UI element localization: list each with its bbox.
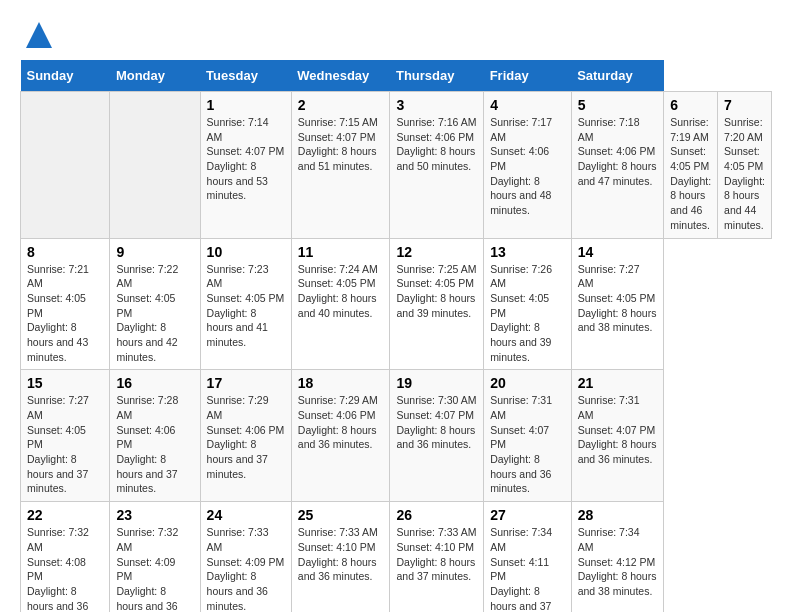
calendar-cell [110, 92, 200, 239]
calendar-cell: 5 Sunrise: 7:18 AMSunset: 4:06 PMDayligh… [571, 92, 664, 239]
day-info: Sunrise: 7:27 AMSunset: 4:05 PMDaylight:… [27, 393, 103, 496]
day-number: 17 [207, 375, 285, 391]
calendar-cell: 1 Sunrise: 7:14 AMSunset: 4:07 PMDayligh… [200, 92, 291, 239]
calendar-table: SundayMondayTuesdayWednesdayThursdayFrid… [20, 60, 772, 612]
day-number: 1 [207, 97, 285, 113]
calendar-cell: 20 Sunrise: 7:31 AMSunset: 4:07 PMDaylig… [484, 370, 572, 502]
day-info: Sunrise: 7:20 AMSunset: 4:05 PMDaylight:… [724, 115, 765, 233]
calendar-cell: 6 Sunrise: 7:19 AMSunset: 4:05 PMDayligh… [664, 92, 718, 239]
day-info: Sunrise: 7:30 AMSunset: 4:07 PMDaylight:… [396, 393, 477, 452]
calendar-week-row: 1 Sunrise: 7:14 AMSunset: 4:07 PMDayligh… [21, 92, 772, 239]
day-info: Sunrise: 7:29 AMSunset: 4:06 PMDaylight:… [207, 393, 285, 481]
calendar-cell: 11 Sunrise: 7:24 AMSunset: 4:05 PMDaylig… [291, 238, 390, 370]
day-info: Sunrise: 7:21 AMSunset: 4:05 PMDaylight:… [27, 262, 103, 365]
day-number: 9 [116, 244, 193, 260]
day-info: Sunrise: 7:32 AMSunset: 4:09 PMDaylight:… [116, 525, 193, 612]
weekday-header-friday: Friday [484, 60, 572, 92]
day-info: Sunrise: 7:27 AMSunset: 4:05 PMDaylight:… [578, 262, 658, 335]
day-info: Sunrise: 7:29 AMSunset: 4:06 PMDaylight:… [298, 393, 384, 452]
calendar-cell: 28 Sunrise: 7:34 AMSunset: 4:12 PMDaylig… [571, 502, 664, 612]
day-info: Sunrise: 7:33 AMSunset: 4:10 PMDaylight:… [298, 525, 384, 584]
day-info: Sunrise: 7:28 AMSunset: 4:06 PMDaylight:… [116, 393, 193, 496]
day-info: Sunrise: 7:34 AMSunset: 4:12 PMDaylight:… [578, 525, 658, 598]
day-info: Sunrise: 7:32 AMSunset: 4:08 PMDaylight:… [27, 525, 103, 612]
calendar-week-row: 15 Sunrise: 7:27 AMSunset: 4:05 PMDaylig… [21, 370, 772, 502]
day-info: Sunrise: 7:23 AMSunset: 4:05 PMDaylight:… [207, 262, 285, 350]
calendar-cell: 8 Sunrise: 7:21 AMSunset: 4:05 PMDayligh… [21, 238, 110, 370]
calendar-cell: 14 Sunrise: 7:27 AMSunset: 4:05 PMDaylig… [571, 238, 664, 370]
day-info: Sunrise: 7:24 AMSunset: 4:05 PMDaylight:… [298, 262, 384, 321]
day-number: 19 [396, 375, 477, 391]
weekday-header-tuesday: Tuesday [200, 60, 291, 92]
calendar-week-row: 22 Sunrise: 7:32 AMSunset: 4:08 PMDaylig… [21, 502, 772, 612]
day-info: Sunrise: 7:22 AMSunset: 4:05 PMDaylight:… [116, 262, 193, 365]
calendar-cell [21, 92, 110, 239]
calendar-week-row: 8 Sunrise: 7:21 AMSunset: 4:05 PMDayligh… [21, 238, 772, 370]
day-number: 26 [396, 507, 477, 523]
calendar-cell: 3 Sunrise: 7:16 AMSunset: 4:06 PMDayligh… [390, 92, 484, 239]
day-number: 27 [490, 507, 565, 523]
day-info: Sunrise: 7:34 AMSunset: 4:11 PMDaylight:… [490, 525, 565, 612]
calendar-cell: 2 Sunrise: 7:15 AMSunset: 4:07 PMDayligh… [291, 92, 390, 239]
day-number: 2 [298, 97, 384, 113]
weekday-header-sunday: Sunday [21, 60, 110, 92]
weekday-header-wednesday: Wednesday [291, 60, 390, 92]
calendar-cell: 12 Sunrise: 7:25 AMSunset: 4:05 PMDaylig… [390, 238, 484, 370]
day-number: 28 [578, 507, 658, 523]
calendar-cell: 9 Sunrise: 7:22 AMSunset: 4:05 PMDayligh… [110, 238, 200, 370]
calendar-cell: 7 Sunrise: 7:20 AMSunset: 4:05 PMDayligh… [718, 92, 772, 239]
day-number: 16 [116, 375, 193, 391]
calendar-cell: 22 Sunrise: 7:32 AMSunset: 4:08 PMDaylig… [21, 502, 110, 612]
calendar-cell: 23 Sunrise: 7:32 AMSunset: 4:09 PMDaylig… [110, 502, 200, 612]
calendar-cell: 19 Sunrise: 7:30 AMSunset: 4:07 PMDaylig… [390, 370, 484, 502]
logo-icon [24, 20, 54, 50]
day-number: 6 [670, 97, 711, 113]
day-number: 18 [298, 375, 384, 391]
weekday-header-row: SundayMondayTuesdayWednesdayThursdayFrid… [21, 60, 772, 92]
day-number: 8 [27, 244, 103, 260]
calendar-cell: 4 Sunrise: 7:17 AMSunset: 4:06 PMDayligh… [484, 92, 572, 239]
calendar-cell: 10 Sunrise: 7:23 AMSunset: 4:05 PMDaylig… [200, 238, 291, 370]
calendar-cell: 17 Sunrise: 7:29 AMSunset: 4:06 PMDaylig… [200, 370, 291, 502]
page-header [20, 20, 772, 50]
day-info: Sunrise: 7:16 AMSunset: 4:06 PMDaylight:… [396, 115, 477, 174]
day-number: 22 [27, 507, 103, 523]
day-number: 10 [207, 244, 285, 260]
day-info: Sunrise: 7:17 AMSunset: 4:06 PMDaylight:… [490, 115, 565, 218]
calendar-cell: 27 Sunrise: 7:34 AMSunset: 4:11 PMDaylig… [484, 502, 572, 612]
day-info: Sunrise: 7:14 AMSunset: 4:07 PMDaylight:… [207, 115, 285, 203]
logo [20, 20, 54, 50]
day-number: 13 [490, 244, 565, 260]
day-info: Sunrise: 7:33 AMSunset: 4:10 PMDaylight:… [396, 525, 477, 584]
day-info: Sunrise: 7:31 AMSunset: 4:07 PMDaylight:… [578, 393, 658, 466]
day-info: Sunrise: 7:25 AMSunset: 4:05 PMDaylight:… [396, 262, 477, 321]
svg-marker-0 [26, 22, 52, 48]
calendar-cell: 13 Sunrise: 7:26 AMSunset: 4:05 PMDaylig… [484, 238, 572, 370]
weekday-header-monday: Monday [110, 60, 200, 92]
day-info: Sunrise: 7:33 AMSunset: 4:09 PMDaylight:… [207, 525, 285, 612]
calendar-cell: 18 Sunrise: 7:29 AMSunset: 4:06 PMDaylig… [291, 370, 390, 502]
day-info: Sunrise: 7:26 AMSunset: 4:05 PMDaylight:… [490, 262, 565, 365]
day-number: 12 [396, 244, 477, 260]
weekday-header-saturday: Saturday [571, 60, 664, 92]
calendar-cell: 24 Sunrise: 7:33 AMSunset: 4:09 PMDaylig… [200, 502, 291, 612]
day-number: 3 [396, 97, 477, 113]
day-info: Sunrise: 7:19 AMSunset: 4:05 PMDaylight:… [670, 115, 711, 233]
day-info: Sunrise: 7:15 AMSunset: 4:07 PMDaylight:… [298, 115, 384, 174]
day-number: 25 [298, 507, 384, 523]
day-number: 24 [207, 507, 285, 523]
day-number: 23 [116, 507, 193, 523]
day-number: 21 [578, 375, 658, 391]
day-number: 5 [578, 97, 658, 113]
day-info: Sunrise: 7:18 AMSunset: 4:06 PMDaylight:… [578, 115, 658, 188]
weekday-header-thursday: Thursday [390, 60, 484, 92]
day-number: 15 [27, 375, 103, 391]
calendar-cell: 15 Sunrise: 7:27 AMSunset: 4:05 PMDaylig… [21, 370, 110, 502]
day-number: 11 [298, 244, 384, 260]
calendar-cell: 26 Sunrise: 7:33 AMSunset: 4:10 PMDaylig… [390, 502, 484, 612]
day-number: 4 [490, 97, 565, 113]
day-number: 20 [490, 375, 565, 391]
calendar-cell: 16 Sunrise: 7:28 AMSunset: 4:06 PMDaylig… [110, 370, 200, 502]
day-number: 7 [724, 97, 765, 113]
calendar-cell: 21 Sunrise: 7:31 AMSunset: 4:07 PMDaylig… [571, 370, 664, 502]
